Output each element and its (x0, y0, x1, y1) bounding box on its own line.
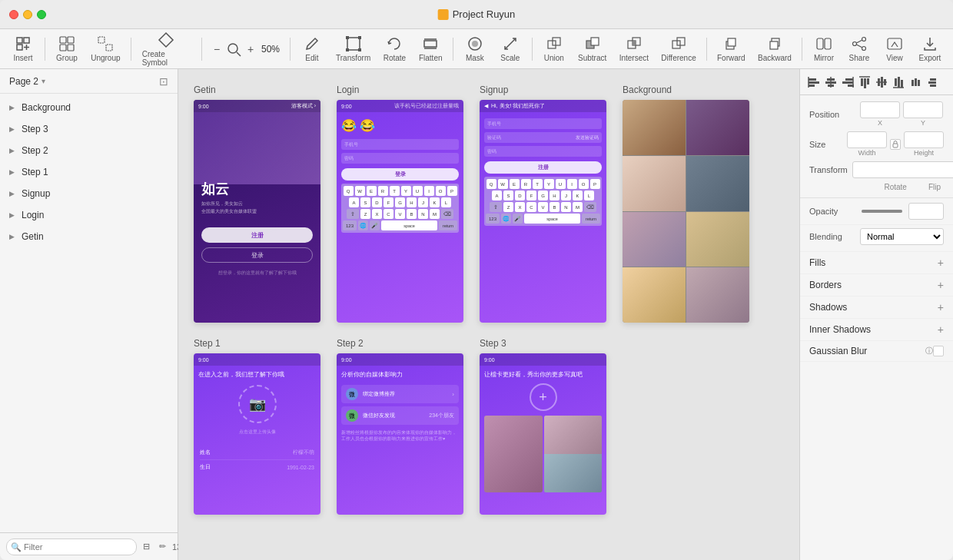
page-selector[interactable]: Page 2 ▾ ⊡ (0, 69, 178, 94)
borders-row[interactable]: Borders + (800, 274, 953, 297)
svg-line-43 (856, 45, 862, 48)
svg-rect-16 (358, 36, 361, 39)
inner-shadows-add-button[interactable]: + (938, 323, 944, 336)
canvas-item-step3: Step 3 9:00 让檔卡更好看，秀出你的更多写真吧 + (480, 338, 610, 515)
x-input[interactable] (860, 101, 900, 118)
minimize-button[interactable] (23, 10, 32, 19)
edit-tool[interactable]: Edit (295, 32, 329, 65)
zoom-in-button[interactable]: + (244, 42, 257, 56)
fills-add-button[interactable]: + (938, 257, 944, 269)
canvas-label: Step 1 (194, 338, 324, 349)
canvas-frame[interactable] (623, 100, 749, 323)
layer-item-login[interactable]: ▶ Login (0, 204, 178, 226)
window-title: Project Ruyun (438, 8, 516, 20)
distribute-v-button[interactable] (925, 75, 940, 90)
subtract-tool[interactable]: Subtract (573, 32, 613, 65)
gaussian-blur-checkbox[interactable] (933, 346, 944, 356)
rotate-tool[interactable]: Rotate (377, 32, 411, 65)
width-input[interactable] (847, 131, 887, 148)
canvas-frame[interactable]: 9:00 分析你的自媒体影响力 微 绑定微博推荐 › 微 微信好友发现 (337, 353, 463, 515)
align-left-button[interactable] (806, 75, 822, 90)
canvas-frame[interactable]: 9:00 在进入之前，我们想了解下你哦 📷 点击这里上传头像 姓名 (194, 353, 320, 515)
layer-item-signup[interactable]: ▶ Signup (0, 183, 178, 204)
filter-page-icon[interactable]: ⊟ (140, 540, 153, 553)
layer-item-getin[interactable]: ▶ Getin (0, 226, 178, 247)
mirror-tool[interactable]: Mirror (807, 32, 841, 65)
difference-tool[interactable]: Difference (656, 32, 702, 65)
canvas-item-step1: Step 1 9:00 在进入之前，我们想了解下你哦 📷 点击这里上传头像 (194, 338, 324, 515)
ungroup-tool[interactable]: Ungroup (85, 32, 126, 65)
shadows-add-button[interactable]: + (938, 301, 944, 313)
align-top-button[interactable] (857, 75, 872, 90)
opacity-row: Opacity (800, 198, 953, 225)
blending-select[interactable]: Normal (860, 228, 944, 245)
opacity-input[interactable] (908, 203, 944, 220)
size-inputs: Width Height (847, 131, 944, 157)
svg-rect-44 (888, 38, 902, 49)
borders-add-button[interactable]: + (938, 279, 944, 291)
height-input[interactable] (904, 131, 944, 148)
filter-edit-icon[interactable]: ✏ (156, 540, 169, 553)
svg-rect-55 (842, 81, 853, 84)
gaussian-blur-row[interactable]: Gaussian Blur ⓘ (800, 341, 953, 362)
flatten-tool[interactable]: Flatten (413, 32, 448, 65)
scale-tool[interactable]: Scale (493, 32, 527, 65)
layer-item-background[interactable]: ▶ Background (0, 97, 178, 118)
position-inputs: X Y (860, 101, 944, 127)
svg-rect-2 (17, 45, 22, 50)
svg-rect-36 (770, 41, 778, 49)
filter-input[interactable] (6, 538, 137, 555)
flatten-icon (422, 35, 439, 52)
fullscreen-icon[interactable]: ⊡ (159, 75, 168, 88)
layer-item-step1[interactable]: ▶ Step 1 (0, 161, 178, 183)
layer-item-step3[interactable]: ▶ Step 3 (0, 118, 178, 140)
share-tool[interactable]: Share (842, 32, 876, 65)
view-tool[interactable]: View (878, 32, 911, 65)
backward-tool[interactable]: Backward (752, 32, 797, 65)
canvas-frame[interactable]: ◀ Hi, 美女! 我们想死你了 手机号 验证码 发送验证码 (480, 100, 606, 323)
canvas-frame[interactable]: 9:00 让檔卡更好看，秀出你的更多写真吧 + (480, 353, 606, 515)
export-tool[interactable]: Export (913, 32, 947, 65)
export-icon (921, 35, 938, 52)
layer-item-step2[interactable]: ▶ Step 2 (0, 140, 178, 161)
align-center-v-button[interactable] (874, 75, 889, 90)
transform-tool[interactable]: Transform (330, 32, 376, 65)
fills-row[interactable]: Fills + (800, 252, 953, 274)
lock-proportions-button[interactable] (890, 139, 901, 150)
inner-shadows-row[interactable]: Inner Shadows + (800, 319, 953, 341)
svg-rect-7 (60, 45, 66, 51)
maximize-button[interactable] (37, 10, 46, 19)
opacity-slider[interactable] (862, 210, 902, 213)
height-field-group: Height (904, 131, 944, 157)
filter-actions: ⊟ ✏ 13 (140, 540, 181, 553)
canvas-area[interactable]: Getin 9:00 游客模式 › 如云 如你所见，美女如云全国最大的美女自媒 (178, 69, 799, 560)
align-bottom-button[interactable] (891, 75, 906, 90)
forward-tool[interactable]: Forward (712, 32, 751, 65)
filter-wrap: 🔍 (6, 538, 137, 555)
transform-input[interactable] (852, 161, 953, 178)
intersect-tool[interactable]: Intersect (613, 32, 654, 65)
layer-expand-icon: ▶ (9, 233, 17, 240)
gaussian-blur-label: Gaussian Blur (809, 346, 924, 356)
union-tool[interactable]: Union (537, 32, 571, 65)
mask-tool[interactable]: Mask (458, 32, 492, 65)
canvas-frame[interactable]: 9:00 游客模式 › 如云 如你所见，美女如云全国最大的美女自媒体联盟 注册 (194, 100, 320, 323)
zoom-out-button[interactable]: − (210, 42, 224, 56)
svg-line-13 (237, 52, 241, 56)
align-center-h-button[interactable] (823, 75, 838, 90)
svg-rect-47 (809, 81, 819, 84)
distribute-h-button[interactable] (908, 75, 923, 90)
transform-row: Transform (809, 161, 944, 178)
group-tool[interactable]: Group (50, 32, 84, 65)
svg-rect-60 (867, 78, 869, 84)
shadows-row[interactable]: Shadows + (800, 297, 953, 319)
zoom-area: − + 50% (207, 41, 285, 58)
close-button[interactable] (9, 10, 18, 19)
zoom-level-label: 50% (259, 44, 282, 55)
zoom-icon (225, 41, 242, 58)
insert-tool[interactable]: Insert (6, 32, 40, 65)
align-right-button[interactable] (840, 75, 855, 90)
y-input[interactable] (903, 101, 943, 118)
canvas-frame[interactable]: 9:00 该手机号已经超过注册量哦 😂 😂 手机号 (337, 100, 463, 323)
create-symbol-tool[interactable]: Create Symbol (136, 28, 197, 70)
